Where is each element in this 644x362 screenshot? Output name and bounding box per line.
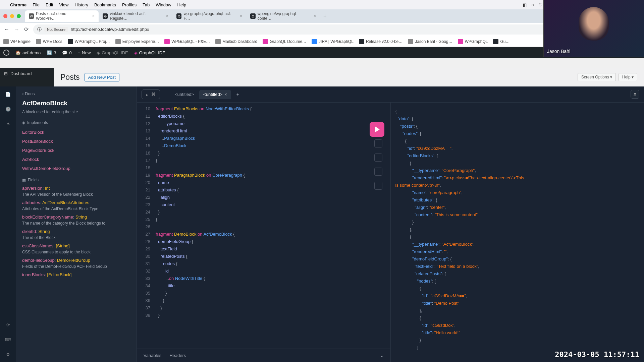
docs-type-link[interactable]: EditorBlock bbox=[22, 128, 130, 137]
editor-tab[interactable]: <untitled> bbox=[171, 90, 198, 99]
bookmark[interactable]: WPGraphQL Proj… bbox=[68, 39, 110, 44]
close-ide-button[interactable]: X bbox=[631, 90, 639, 99]
add-new-post-button[interactable]: Add New Post bbox=[85, 73, 119, 81]
wordpress-favicon: W bbox=[29, 13, 34, 19]
shortcuts-icon[interactable]: ⌨ bbox=[4, 336, 12, 343]
result-viewer[interactable]: { "data": { "posts": { "nodes": [ { "id"… bbox=[391, 103, 644, 362]
site-info-icon[interactable]: ⓘ bbox=[37, 26, 42, 33]
docs-field[interactable]: blockEditorCategoryName: StringThe name … bbox=[22, 215, 130, 226]
close-tab-icon[interactable]: × bbox=[92, 14, 95, 18]
docs-type-link[interactable]: WithAcfDemoFieldGroup bbox=[22, 164, 130, 173]
not-secure-badge[interactable]: Not Secure bbox=[44, 27, 68, 32]
docs-field[interactable]: attributes: AcfDemoBlockAttributesAttrib… bbox=[22, 200, 130, 211]
refetch-icon[interactable]: ⟳ bbox=[4, 321, 12, 328]
close-tab-icon[interactable]: × bbox=[224, 92, 227, 97]
headers-tab[interactable]: Headers bbox=[169, 352, 186, 359]
bookmark[interactable]: Gu… bbox=[493, 39, 509, 44]
docs-type-link[interactable]: PageEditorBlock bbox=[22, 146, 130, 155]
close-tab-icon[interactable]: × bbox=[314, 14, 316, 18]
chevron-icon: ◈ bbox=[22, 120, 25, 125]
bookmark[interactable]: Jason Bahl - Goog… bbox=[408, 39, 452, 44]
browser-tab[interactable]: ⊙ wp-graphql/wpgraphql-acf: F… × bbox=[172, 10, 246, 22]
search-shortcut[interactable]: ⌕ ⌘ bbox=[142, 89, 160, 99]
execute-button[interactable] bbox=[370, 122, 384, 137]
back-button[interactable]: ← bbox=[4, 26, 9, 33]
menu-profiles[interactable]: Profiles bbox=[122, 2, 137, 7]
bookmark[interactable]: GraphQL Docume… bbox=[263, 39, 306, 44]
menu-window[interactable]: Window bbox=[156, 2, 171, 7]
app-name[interactable]: Chrome bbox=[10, 2, 26, 7]
new-content[interactable]: +New bbox=[78, 50, 91, 55]
bookmark-favicon bbox=[3, 39, 9, 44]
dashboard-icon: ⊞ bbox=[4, 71, 8, 76]
close-tab-icon[interactable]: × bbox=[166, 14, 168, 18]
copy-icon[interactable] bbox=[374, 139, 382, 147]
reload-button[interactable]: ⟳ bbox=[24, 26, 29, 33]
github-favicon: ⊙ bbox=[103, 13, 108, 19]
menu-file[interactable]: File bbox=[33, 2, 40, 7]
bookmark[interactable]: JIRA | WPGraphQL bbox=[312, 39, 354, 44]
add-tab-button[interactable]: + bbox=[232, 90, 243, 99]
site-name[interactable]: 🏠acf-demo bbox=[15, 50, 41, 55]
settings-icon[interactable]: ⚙ bbox=[4, 351, 12, 358]
docs-field[interactable]: demoFieldGroup: DemoFieldGroupFields of … bbox=[22, 258, 130, 269]
merge-icon[interactable] bbox=[374, 168, 382, 176]
url-field[interactable]: ⓘ Not Secure http://acf-demo.local/wp-ad… bbox=[33, 24, 618, 35]
wordpress-logo-icon[interactable] bbox=[3, 50, 9, 56]
collapse-icon[interactable]: ⌄ bbox=[380, 352, 384, 359]
nav-dashboard[interactable]: ⊞ Dashboard bbox=[0, 68, 54, 79]
open-icon[interactable] bbox=[374, 182, 382, 190]
docs-field[interactable]: innerBlocks: [EditorBlock] bbox=[22, 272, 130, 277]
docs-field[interactable]: cssClassNames: [String]CSS Classnames to… bbox=[22, 243, 130, 254]
graphql-ide-link-active[interactable]: ◈GraphQL IDE bbox=[134, 50, 165, 55]
bookmark-favicon bbox=[164, 39, 170, 44]
editor-tab-active[interactable]: <untitled>× bbox=[199, 90, 231, 99]
query-editor[interactable]: 1011121314151617181920212223242526272829… bbox=[137, 103, 391, 362]
docs-type-link[interactable]: PostEditorBlock bbox=[22, 137, 130, 146]
bookmark[interactable]: WP Engine bbox=[3, 39, 31, 44]
menu-bookmarks[interactable]: Bookmarks bbox=[94, 2, 116, 7]
menu-edit[interactable]: Edit bbox=[46, 2, 53, 7]
bookmark[interactable]: Employee Experie… bbox=[115, 39, 159, 44]
graphiql-sidebar: 📄 🕐 ✶ ⟳ ⌨ ⚙ bbox=[0, 86, 16, 362]
updates[interactable]: 🔄3 bbox=[47, 50, 56, 55]
help-button[interactable]: Help ▾ bbox=[619, 73, 637, 81]
bookmark[interactable]: WPE Docs bbox=[36, 39, 62, 44]
bookmark[interactable]: Release v2.0.0-be… bbox=[359, 39, 402, 44]
docs-field[interactable]: apiVersion: IntThe API version of the Gu… bbox=[22, 186, 130, 197]
screen-options-button[interactable]: Screen Options ▾ bbox=[578, 73, 616, 81]
menu-view[interactable]: View bbox=[59, 2, 68, 7]
docs-back-link[interactable]: ‹ Docs bbox=[22, 91, 130, 96]
bookmark-favicon bbox=[36, 39, 41, 44]
menu-tab[interactable]: Tab bbox=[143, 2, 150, 7]
menu-history[interactable]: History bbox=[74, 2, 88, 7]
new-tab-button[interactable]: + bbox=[320, 13, 330, 19]
forward-button[interactable]: → bbox=[14, 26, 19, 33]
close-window[interactable] bbox=[3, 14, 7, 18]
plus-icon: + bbox=[78, 50, 80, 55]
docs-type-link[interactable]: AcfBlock bbox=[22, 155, 130, 164]
bookmark[interactable]: WPGraphQL - P&E… bbox=[164, 39, 210, 44]
menu-help[interactable]: Help bbox=[177, 2, 186, 7]
bookmark[interactable]: Mailbob Dashboard bbox=[215, 39, 257, 44]
variables-tab[interactable]: Variables bbox=[144, 352, 161, 359]
github-favicon: ⊙ bbox=[176, 13, 181, 19]
search-icon: ⌕ bbox=[146, 92, 149, 97]
status-icon[interactable]: ♡ bbox=[539, 2, 543, 7]
status-icon[interactable]: ◧ bbox=[523, 2, 527, 7]
browser-tab[interactable]: W Posts ‹ acf-demo — WordPre… × bbox=[25, 10, 99, 22]
bookmark[interactable]: WPGraphQL bbox=[458, 39, 488, 44]
browser-tab[interactable]: ⊙ vinkla/extended-acf: Registe… × bbox=[99, 10, 172, 22]
explorer-icon[interactable]: ✶ bbox=[4, 120, 12, 127]
close-tab-icon[interactable]: × bbox=[240, 14, 242, 18]
maximize-window[interactable] bbox=[17, 14, 21, 18]
docs-field[interactable]: clientId: StringThe id of the Block bbox=[22, 229, 130, 240]
status-icon[interactable]: ○ bbox=[531, 2, 534, 7]
history-icon[interactable]: 🕐 bbox=[4, 105, 12, 113]
comments[interactable]: 💬0 bbox=[62, 50, 71, 55]
minimize-window[interactable] bbox=[10, 14, 14, 18]
browser-tab[interactable]: ⊙ wpengine/wp-graphql-conte… × bbox=[246, 10, 320, 22]
prettify-icon[interactable] bbox=[374, 154, 382, 162]
docs-icon[interactable]: 📄 bbox=[4, 90, 12, 98]
graphql-ide-link[interactable]: ◈GraphQL IDE bbox=[97, 50, 128, 55]
